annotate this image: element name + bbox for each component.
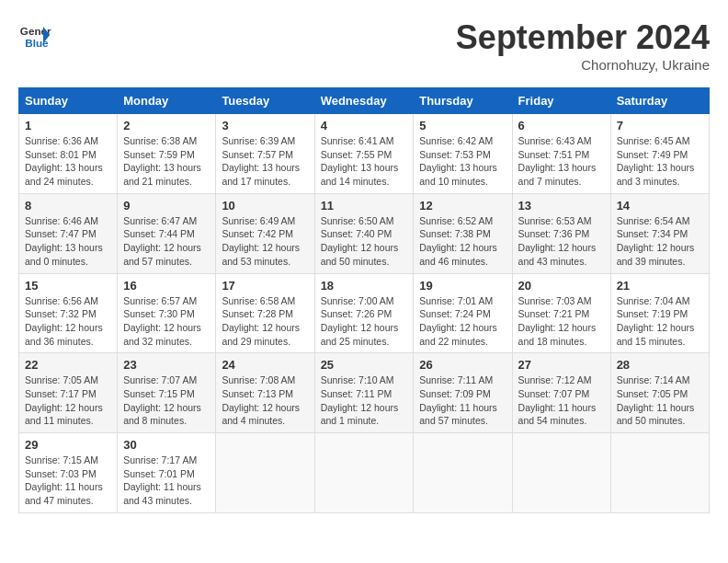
- day-cell: [610, 433, 709, 513]
- day-detail: Sunrise: 6:57 AM Sunset: 7:30 PM Dayligh…: [123, 294, 210, 349]
- weekday-header-wednesday: Wednesday: [314, 88, 414, 114]
- day-cell: 27Sunrise: 7:12 AM Sunset: 7:07 PM Dayli…: [512, 353, 610, 433]
- day-detail: Sunrise: 6:41 AM Sunset: 7:55 PM Dayligh…: [321, 134, 408, 189]
- day-cell: 11Sunrise: 6:50 AM Sunset: 7:40 PM Dayli…: [314, 193, 414, 273]
- day-cell: 28Sunrise: 7:14 AM Sunset: 7:05 PM Dayli…: [610, 353, 709, 433]
- week-row-2: 8Sunrise: 6:46 AM Sunset: 7:47 PM Daylig…: [19, 193, 710, 273]
- day-cell: [512, 433, 610, 513]
- week-row-1: 1Sunrise: 6:36 AM Sunset: 8:01 PM Daylig…: [19, 114, 710, 194]
- day-cell: 8Sunrise: 6:46 AM Sunset: 7:47 PM Daylig…: [19, 193, 118, 273]
- day-detail: Sunrise: 6:52 AM Sunset: 7:38 PM Dayligh…: [419, 214, 506, 269]
- day-detail: Sunrise: 6:45 AM Sunset: 7:49 PM Dayligh…: [617, 134, 703, 189]
- day-number: 26: [419, 358, 506, 372]
- day-number: 17: [222, 279, 308, 293]
- day-detail: Sunrise: 6:38 AM Sunset: 7:59 PM Dayligh…: [123, 134, 210, 189]
- day-detail: Sunrise: 7:10 AM Sunset: 7:11 PM Dayligh…: [321, 373, 408, 428]
- day-number: 12: [419, 199, 506, 213]
- day-cell: 19Sunrise: 7:01 AM Sunset: 7:24 PM Dayli…: [414, 273, 512, 353]
- day-cell: 20Sunrise: 7:03 AM Sunset: 7:21 PM Dayli…: [512, 273, 610, 353]
- day-cell: 1Sunrise: 6:36 AM Sunset: 8:01 PM Daylig…: [19, 114, 118, 194]
- day-cell: 23Sunrise: 7:07 AM Sunset: 7:15 PM Dayli…: [118, 353, 216, 433]
- day-number: 6: [518, 119, 605, 132]
- day-number: 18: [321, 279, 408, 293]
- day-detail: Sunrise: 7:12 AM Sunset: 7:07 PM Dayligh…: [518, 373, 605, 428]
- day-number: 27: [518, 358, 605, 372]
- day-cell: [216, 433, 314, 513]
- day-detail: Sunrise: 6:49 AM Sunset: 7:42 PM Dayligh…: [222, 214, 308, 269]
- day-detail: Sunrise: 7:05 AM Sunset: 7:17 PM Dayligh…: [25, 373, 111, 428]
- day-cell: 2Sunrise: 6:38 AM Sunset: 7:59 PM Daylig…: [118, 114, 216, 194]
- day-detail: Sunrise: 7:11 AM Sunset: 7:09 PM Dayligh…: [419, 373, 506, 428]
- day-cell: 13Sunrise: 6:53 AM Sunset: 7:36 PM Dayli…: [512, 193, 610, 273]
- day-detail: Sunrise: 6:58 AM Sunset: 7:28 PM Dayligh…: [222, 294, 308, 349]
- weekday-header-saturday: Saturday: [610, 88, 709, 114]
- logo-icon: General Blue: [18, 18, 51, 52]
- day-detail: Sunrise: 6:36 AM Sunset: 8:01 PM Dayligh…: [25, 134, 111, 189]
- day-cell: 24Sunrise: 7:08 AM Sunset: 7:13 PM Dayli…: [216, 353, 314, 433]
- day-cell: 25Sunrise: 7:10 AM Sunset: 7:11 PM Dayli…: [314, 353, 414, 433]
- title-block: September 2024 Chornohuzy, Ukraine: [456, 18, 710, 73]
- day-cell: 4Sunrise: 6:41 AM Sunset: 7:55 PM Daylig…: [314, 114, 414, 194]
- day-number: 15: [25, 279, 111, 293]
- day-number: 29: [25, 438, 111, 452]
- day-cell: 10Sunrise: 6:49 AM Sunset: 7:42 PM Dayli…: [216, 193, 314, 273]
- day-detail: Sunrise: 6:43 AM Sunset: 7:51 PM Dayligh…: [518, 134, 605, 189]
- weekday-header-sunday: Sunday: [19, 88, 118, 114]
- day-number: 2: [123, 119, 210, 132]
- day-detail: Sunrise: 7:08 AM Sunset: 7:13 PM Dayligh…: [222, 373, 308, 428]
- day-number: 22: [25, 358, 111, 372]
- day-number: 24: [222, 358, 308, 372]
- day-detail: Sunrise: 7:15 AM Sunset: 7:03 PM Dayligh…: [25, 454, 111, 508]
- day-detail: Sunrise: 7:17 AM Sunset: 7:01 PM Dayligh…: [123, 454, 210, 508]
- day-detail: Sunrise: 7:00 AM Sunset: 7:26 PM Dayligh…: [321, 294, 408, 349]
- day-cell: 12Sunrise: 6:52 AM Sunset: 7:38 PM Dayli…: [414, 193, 512, 273]
- logo: General Blue: [18, 18, 51, 52]
- day-number: 8: [25, 199, 111, 213]
- day-cell: 21Sunrise: 7:04 AM Sunset: 7:19 PM Dayli…: [610, 273, 709, 353]
- day-number: 4: [321, 119, 408, 132]
- day-number: 7: [617, 119, 703, 132]
- day-detail: Sunrise: 7:01 AM Sunset: 7:24 PM Dayligh…: [419, 294, 506, 349]
- day-detail: Sunrise: 6:53 AM Sunset: 7:36 PM Dayligh…: [518, 214, 605, 269]
- weekday-header-friday: Friday: [512, 88, 610, 114]
- day-number: 3: [222, 119, 308, 132]
- weekday-header-row: SundayMondayTuesdayWednesdayThursdayFrid…: [19, 88, 710, 114]
- day-detail: Sunrise: 6:50 AM Sunset: 7:40 PM Dayligh…: [321, 214, 408, 269]
- day-detail: Sunrise: 6:54 AM Sunset: 7:34 PM Dayligh…: [617, 214, 703, 269]
- day-detail: Sunrise: 7:04 AM Sunset: 7:19 PM Dayligh…: [617, 294, 703, 349]
- weekday-header-monday: Monday: [118, 88, 216, 114]
- day-detail: Sunrise: 7:07 AM Sunset: 7:15 PM Dayligh…: [123, 373, 210, 428]
- day-cell: 14Sunrise: 6:54 AM Sunset: 7:34 PM Dayli…: [610, 193, 709, 273]
- day-number: 10: [222, 199, 308, 213]
- day-cell: 29Sunrise: 7:15 AM Sunset: 7:03 PM Dayli…: [19, 433, 118, 513]
- day-cell: 16Sunrise: 6:57 AM Sunset: 7:30 PM Dayli…: [118, 273, 216, 353]
- day-number: 30: [123, 438, 210, 452]
- day-number: 23: [123, 358, 210, 372]
- day-cell: 5Sunrise: 6:42 AM Sunset: 7:53 PM Daylig…: [414, 114, 512, 194]
- day-detail: Sunrise: 6:47 AM Sunset: 7:44 PM Dayligh…: [123, 214, 210, 269]
- day-number: 14: [617, 199, 703, 213]
- page-header: General Blue September 2024 Chornohuzy, …: [18, 18, 710, 73]
- day-detail: Sunrise: 7:14 AM Sunset: 7:05 PM Dayligh…: [617, 373, 703, 428]
- day-cell: 6Sunrise: 6:43 AM Sunset: 7:51 PM Daylig…: [512, 114, 610, 194]
- day-detail: Sunrise: 7:03 AM Sunset: 7:21 PM Dayligh…: [518, 294, 605, 349]
- day-cell: 22Sunrise: 7:05 AM Sunset: 7:17 PM Dayli…: [19, 353, 118, 433]
- week-row-3: 15Sunrise: 6:56 AM Sunset: 7:32 PM Dayli…: [19, 273, 710, 353]
- day-cell: 15Sunrise: 6:56 AM Sunset: 7:32 PM Dayli…: [19, 273, 118, 353]
- day-detail: Sunrise: 6:39 AM Sunset: 7:57 PM Dayligh…: [222, 134, 308, 189]
- calendar-table: SundayMondayTuesdayWednesdayThursdayFrid…: [18, 87, 710, 513]
- day-cell: 3Sunrise: 6:39 AM Sunset: 7:57 PM Daylig…: [216, 114, 314, 194]
- day-number: 28: [617, 358, 703, 372]
- week-row-5: 29Sunrise: 7:15 AM Sunset: 7:03 PM Dayli…: [19, 433, 710, 513]
- day-cell: 7Sunrise: 6:45 AM Sunset: 7:49 PM Daylig…: [610, 114, 709, 194]
- month-title: September 2024: [456, 18, 710, 57]
- day-number: 21: [617, 279, 703, 293]
- day-cell: 26Sunrise: 7:11 AM Sunset: 7:09 PM Dayli…: [414, 353, 512, 433]
- day-number: 9: [123, 199, 210, 213]
- day-cell: 9Sunrise: 6:47 AM Sunset: 7:44 PM Daylig…: [118, 193, 216, 273]
- weekday-header-tuesday: Tuesday: [216, 88, 314, 114]
- day-detail: Sunrise: 6:46 AM Sunset: 7:47 PM Dayligh…: [25, 214, 111, 269]
- day-number: 11: [321, 199, 408, 213]
- week-row-4: 22Sunrise: 7:05 AM Sunset: 7:17 PM Dayli…: [19, 353, 710, 433]
- location: Chornohuzy, Ukraine: [456, 57, 710, 73]
